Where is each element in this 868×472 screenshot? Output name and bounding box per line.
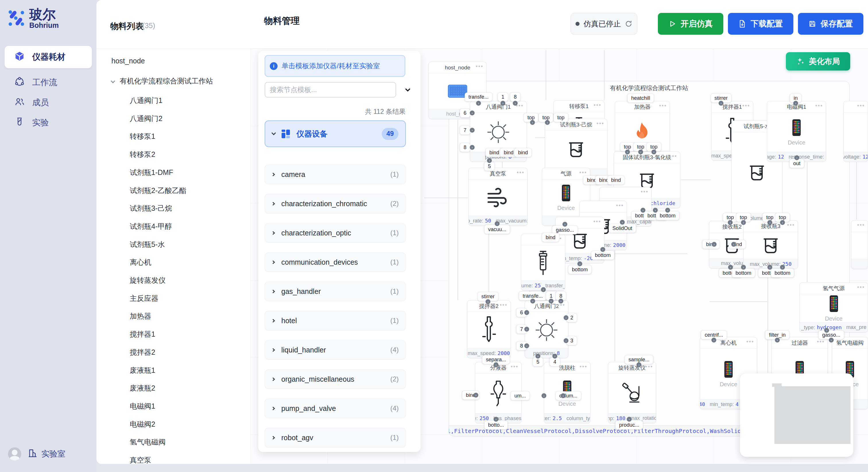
port-connector[interactable]: › — [524, 343, 529, 348]
port-connector[interactable]: › — [641, 208, 646, 213]
node-menu-icon[interactable]: ••• — [641, 189, 648, 195]
material-tree-item[interactable]: 旋转蒸发仪 — [130, 276, 166, 285]
subcategory-characterization_chromatic[interactable]: characterization_chromatic(2) — [265, 194, 406, 213]
material-tree-item[interactable]: 试剂瓶5-水 — [130, 240, 165, 249]
port-connector[interactable]: › — [549, 299, 554, 304]
port-connector[interactable]: › — [513, 101, 518, 106]
port-connector[interactable]: › — [470, 111, 475, 115]
port-connector[interactable]: › — [494, 363, 499, 367]
node-menu-icon[interactable]: ••• — [857, 284, 865, 291]
port-connector[interactable]: › — [639, 150, 643, 155]
category-instruments[interactable]: 仪器设备 49 — [265, 121, 406, 147]
port-connector[interactable]: › — [474, 393, 478, 398]
beautify-layout-button[interactable]: 美化布局 — [786, 52, 850, 71]
material-tree-item[interactable]: 真空泵 — [130, 456, 151, 464]
node-menu-icon[interactable]: ••• — [857, 102, 865, 109]
canvas-node[interactable]: ••• — [851, 220, 868, 269]
canvas-node[interactable]: 电磁阀1•••Devicevoltage:12response_time:0.1 — [767, 101, 826, 162]
material-tree-item[interactable]: 废液瓶2 — [130, 383, 155, 393]
material-tree-item[interactable]: 搅拌器2 — [130, 347, 155, 357]
port-connector[interactable]: › — [625, 150, 630, 155]
material-tree-item[interactable]: 电磁阀1 — [130, 401, 155, 411]
start-simulation-button[interactable]: 开启仿真 — [658, 13, 723, 35]
node-menu-icon[interactable]: ••• — [857, 338, 865, 345]
port-connector[interactable]: › — [541, 287, 546, 292]
node-menu-icon[interactable]: ••• — [659, 102, 667, 109]
node-menu-icon[interactable]: ••• — [815, 102, 823, 109]
port-connector[interactable]: › — [741, 265, 746, 270]
canvas-node[interactable]: 接收瓶3•••max_volume:250 — [743, 220, 798, 269]
port-connector[interactable]: › — [741, 220, 746, 225]
port-connector[interactable]: › — [541, 394, 547, 398]
node-menu-icon[interactable]: ••• — [787, 222, 795, 228]
node-menu-icon[interactable]: ••• — [476, 63, 484, 70]
material-tree-item[interactable]: 离心机 — [130, 258, 151, 267]
node-menu-icon[interactable]: ••• — [593, 218, 601, 225]
port-connector[interactable]: › — [712, 242, 717, 247]
subcategory-hotel[interactable]: hotel(1) — [265, 311, 406, 330]
subcategory-liquid_handler[interactable]: liquid_handler(4) — [265, 340, 406, 360]
subcategory-organic_miscellaneous[interactable]: organic_miscellaneous(2) — [265, 369, 406, 389]
minimap[interactable] — [740, 373, 854, 457]
node-menu-icon[interactable]: ••• — [510, 363, 518, 370]
refresh-icon[interactable] — [625, 20, 632, 28]
port-connector[interactable]: › — [553, 354, 557, 359]
port-connector[interactable]: › — [780, 220, 785, 225]
canvas-node[interactable]: 氢气气源•••Device_type:hydrogenmax_pre — [799, 282, 868, 332]
port-connector[interactable]: › — [825, 328, 829, 333]
search-template-input[interactable] — [265, 82, 396, 98]
material-tree-item[interactable]: 试剂瓶2-乙酸乙酯 — [130, 186, 186, 195]
port-connector[interactable]: › — [794, 101, 798, 106]
port-connector[interactable]: › — [829, 338, 834, 343]
port-connector[interactable]: › — [768, 265, 772, 270]
minimap-viewport[interactable] — [774, 386, 850, 444]
port-connector[interactable]: › — [620, 220, 625, 225]
port-connector[interactable]: › — [768, 220, 772, 225]
port-connector[interactable]: › — [600, 247, 606, 252]
subcategory-characterization_optic[interactable]: characterization_optic(1) — [265, 223, 406, 243]
port-connector[interactable]: › — [501, 101, 505, 106]
chevron-down-icon[interactable] — [402, 85, 413, 95]
material-tree-item[interactable]: 试剂瓶4-甲醇 — [130, 222, 172, 231]
port-connector[interactable]: › — [719, 101, 724, 106]
material-tree-item[interactable]: 八通阀门2 — [130, 114, 162, 123]
port-connector[interactable]: › — [470, 145, 475, 150]
port-connector[interactable]: › — [559, 299, 563, 304]
port-connector[interactable]: › — [564, 338, 569, 343]
port-connector[interactable]: › — [564, 315, 569, 320]
port-connector[interactable]: › — [486, 299, 491, 304]
port-connector[interactable]: › — [563, 222, 567, 227]
material-tree-item[interactable]: 搅拌器1 — [130, 330, 155, 339]
subcategory-robot_agv[interactable]: robot_agv(1) — [265, 428, 406, 447]
material-tree-item[interactable]: 主反应器 — [130, 294, 158, 303]
node-menu-icon[interactable]: ••• — [596, 120, 604, 127]
save-config-button[interactable]: 保存配置 — [798, 13, 863, 35]
port-connector[interactable]: › — [795, 156, 799, 160]
port-connector[interactable]: › — [545, 120, 550, 125]
sidebar-item-members[interactable]: 成员 — [5, 92, 92, 113]
port-connector[interactable]: › — [728, 265, 733, 270]
port-connector[interactable]: › — [728, 220, 733, 225]
material-tree-item[interactable]: 转移泵1 — [130, 132, 155, 141]
tree-group-node[interactable]: 有机化学流程综合测试工作站 — [112, 76, 213, 86]
port-connector[interactable]: › — [637, 363, 642, 367]
port-connector[interactable]: › — [627, 417, 632, 422]
port-connector[interactable]: › — [652, 150, 656, 155]
material-tree-item[interactable]: 转移泵2 — [130, 150, 155, 159]
port-connector[interactable]: › — [780, 265, 785, 270]
canvas-node[interactable]: 搅拌器2•••max_speed:2000 — [467, 300, 510, 358]
node-menu-icon[interactable]: ••• — [857, 222, 865, 228]
user-avatar[interactable] — [8, 447, 21, 461]
canvas-node[interactable]: 八通阀门2•••positions:8 — [525, 300, 568, 358]
port-connector[interactable]: › — [470, 128, 475, 133]
port-connector[interactable]: › — [524, 310, 529, 315]
port-connector[interactable]: › — [530, 299, 535, 304]
node-menu-icon[interactable]: ••• — [645, 363, 653, 370]
node-menu-icon[interactable]: ••• — [742, 102, 750, 109]
subcategory-gas_handler[interactable]: gas_handler(1) — [265, 281, 406, 301]
canvas-node[interactable]: •••max_volume:25transfer_rate:10 — [521, 234, 565, 291]
node-menu-icon[interactable]: ••• — [594, 102, 601, 108]
port-connector[interactable]: › — [536, 354, 540, 359]
port-connector[interactable]: › — [494, 417, 499, 422]
node-menu-icon[interactable]: ••• — [579, 169, 587, 176]
